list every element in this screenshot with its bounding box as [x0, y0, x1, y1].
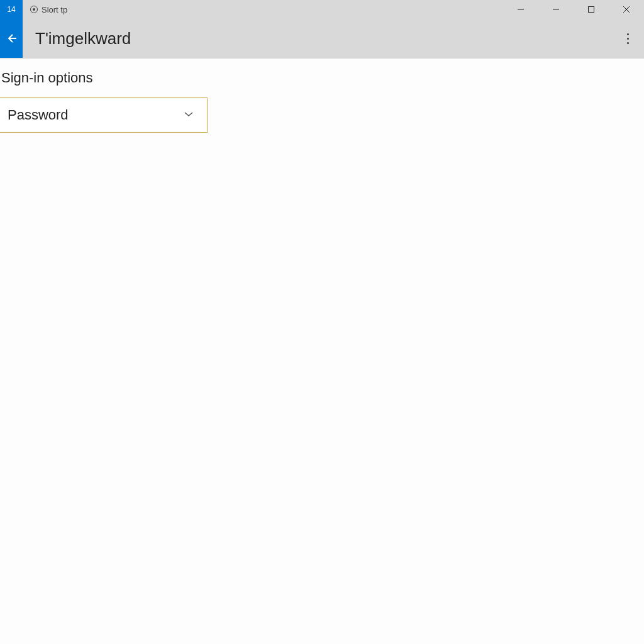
page-header: T'imgelkward: [0, 19, 644, 58]
page-body: Sign-in options Password: [0, 58, 644, 133]
app-title-group: Slort tp: [23, 0, 67, 19]
back-arrow-icon: [5, 32, 18, 45]
window-close-button[interactable]: [609, 0, 644, 19]
window-restore-button[interactable]: [538, 0, 574, 19]
chevron-down-icon: [183, 107, 194, 123]
window-max-button[interactable]: [574, 0, 609, 19]
page-title: T'imgelkward: [23, 29, 131, 48]
section-title: Sign-in options: [0, 70, 644, 86]
close-icon: [623, 6, 630, 13]
app-title: Slort tp: [42, 5, 67, 14]
svg-rect-2: [589, 7, 594, 13]
dropdown-selected-value: Password: [8, 107, 69, 123]
app-logo-icon: [30, 6, 38, 13]
tab-badge[interactable]: 14: [0, 0, 23, 19]
overflow-menu-button[interactable]: [619, 19, 636, 58]
signin-method-dropdown[interactable]: Password: [0, 97, 208, 133]
back-button[interactable]: [0, 19, 23, 58]
minimize-icon-2: [552, 6, 560, 13]
maximize-icon: [587, 6, 595, 13]
titlebar: 14 Slort tp: [0, 0, 644, 19]
minimize-icon: [517, 6, 525, 13]
window-min-button[interactable]: [503, 0, 538, 19]
kebab-icon: [627, 33, 629, 44]
tab-badge-label: 14: [7, 5, 15, 14]
titlebar-spacer: [67, 0, 503, 19]
